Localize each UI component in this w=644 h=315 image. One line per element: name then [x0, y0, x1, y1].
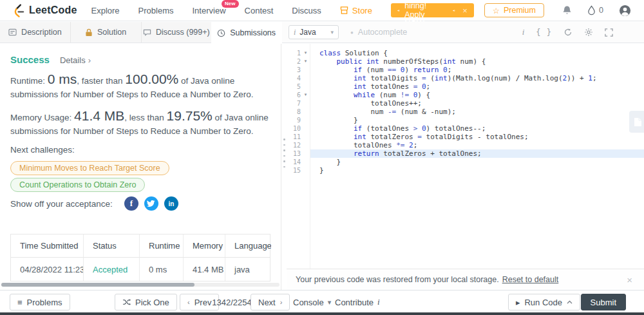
fold-spacer: [301, 158, 310, 166]
chevron-right-icon: ›: [280, 298, 283, 306]
avatar[interactable]: [619, 5, 631, 17]
code-area[interactable]: 1▾class Solution {2▾ public int numberOf…: [287, 49, 644, 175]
notice-close-icon[interactable]: ×: [627, 274, 632, 285]
problems-button[interactable]: ≡ Problems: [10, 294, 70, 310]
line-number: 4: [287, 74, 301, 82]
line-number: 13: [287, 149, 301, 158]
editor-info-icon[interactable]: i: [522, 27, 525, 37]
code-line[interactable]: 10 if (totalOnes > 0) totalOnes--;: [287, 124, 644, 133]
code-line[interactable]: 3 if (num == 0) return 0;: [287, 66, 644, 74]
copy-code-button[interactable]: [629, 111, 644, 133]
runtime-percentile: 100.00%: [125, 72, 178, 86]
code-line[interactable]: 7 totalOnes++;: [287, 99, 644, 108]
fold-arrow-icon[interactable]: ▾: [301, 91, 310, 99]
table-horizontal-scrollbar[interactable]: [1, 283, 279, 287]
fullscreen-icon[interactable]: [605, 28, 613, 37]
col-runtime: Runtime: [140, 234, 184, 257]
fold-arrow-icon[interactable]: ▾: [301, 57, 310, 66]
settings-gear-icon[interactable]: [584, 28, 593, 37]
contribute-link[interactable]: Contribute i: [335, 294, 380, 310]
details-link[interactable]: Details›: [60, 55, 91, 65]
reset-to-default-link[interactable]: Reset to default: [502, 275, 559, 284]
top-navbar: LeetCode Explore Problems Interview New …: [0, 0, 644, 21]
code-line[interactable]: 6▾ while (num != 0) {: [287, 91, 644, 99]
fold-arrow-icon[interactable]: ▾: [301, 49, 310, 57]
col-language: Language: [225, 234, 271, 257]
code-line[interactable]: 9 }: [287, 116, 644, 124]
logo-wordmark: LeetCode: [29, 5, 77, 16]
linkedin-share-icon[interactable]: in: [164, 196, 178, 211]
chevron-down-icon: ▾: [330, 29, 334, 35]
nav-item-explore[interactable]: Explore: [91, 6, 120, 15]
store-icon: [340, 6, 348, 14]
chevron-right-icon: ›: [88, 55, 91, 65]
nav-item-problems[interactable]: Problems: [138, 6, 174, 15]
nav-item-store[interactable]: Store: [340, 6, 372, 15]
run-code-button[interactable]: ▸ Run Code: [508, 294, 580, 310]
scrollbar-thumb[interactable]: [1, 283, 194, 287]
code-text: int totalDigits = (int)(Math.log(num) / …: [310, 74, 644, 82]
streak-counter[interactable]: 0: [587, 5, 603, 15]
code-line[interactable]: 1▾class Solution {: [287, 49, 644, 57]
cell-status[interactable]: Accepted: [84, 258, 140, 281]
premium-button[interactable]: ☆ Premium: [484, 3, 544, 17]
streak-count: 0: [599, 6, 603, 15]
notice-text: Your previous code was restored from you…: [296, 275, 499, 284]
cell-runtime: 0 ms: [140, 258, 184, 281]
line-number: 6: [287, 91, 301, 99]
leetcode-logo[interactable]: LeetCode: [12, 3, 77, 17]
next-button[interactable]: Next ›: [251, 294, 290, 310]
tab-discuss[interactable]: Discuss (999+): [141, 22, 212, 43]
tab-solution[interactable]: Solution: [70, 22, 141, 43]
line-number: 3: [287, 66, 301, 74]
editor-toolbar: i Java ▾ ● Autocomplete i { }: [282, 22, 644, 43]
cell-time: 04/28/2022 11:23: [11, 258, 84, 281]
star-icon: ☆: [493, 6, 500, 15]
reset-code-icon[interactable]: [564, 28, 573, 37]
nav-item-contest[interactable]: Contest: [245, 6, 274, 15]
pick-one-button[interactable]: Pick One: [115, 294, 177, 310]
language-select[interactable]: i Java ▾: [289, 25, 339, 39]
code-line[interactable]: 12 totalOnes *= 2;: [287, 141, 644, 149]
submit-button[interactable]: Submit: [581, 294, 626, 310]
runtime-value: 0 ms: [48, 72, 77, 86]
challenge-link-count-operations[interactable]: Count Operations to Obtain Zero: [10, 178, 145, 192]
clock-icon: [217, 29, 225, 37]
banner-close-icon[interactable]: ×: [462, 6, 468, 15]
nav-item-interview[interactable]: Interview New: [193, 6, 226, 15]
description-icon: [8, 28, 17, 36]
tab-submissions[interactable]: Submissions: [211, 22, 281, 44]
fold-spacer: [301, 108, 310, 116]
hiring-banner[interactable]: LeetCode is hiring! Apply NOW. ×: [391, 3, 474, 17]
discuss-icon: [143, 28, 151, 36]
twitter-share-icon[interactable]: [144, 196, 158, 211]
code-line[interactable]: 2▾ public int numberOfSteps(int num) {: [287, 57, 644, 66]
console-toggle[interactable]: Console ▾: [293, 294, 331, 310]
droplet-icon: [587, 5, 596, 15]
code-text: if (num == 0) return 0;: [310, 66, 644, 74]
code-line[interactable]: 15}: [287, 166, 644, 175]
line-number: 9: [287, 116, 301, 124]
code-line[interactable]: 14 }: [287, 158, 644, 166]
autocomplete-toggle[interactable]: ● Autocomplete: [350, 28, 407, 37]
facebook-share-icon[interactable]: f: [124, 196, 138, 211]
notifications-bell-icon[interactable]: [562, 5, 572, 15]
line-number: 5: [287, 82, 301, 91]
code-line[interactable]: 5 int totalOnes = 0;: [287, 82, 644, 91]
challenge-link-minimum-moves[interactable]: Minimum Moves to Reach Target Score: [10, 161, 169, 175]
nav-item-discuss[interactable]: Discuss: [292, 6, 321, 15]
col-status: Status: [84, 234, 140, 257]
code-line[interactable]: 4 int totalDigits = (int)(Math.log(num) …: [287, 74, 644, 82]
code-text: class Solution {: [310, 49, 644, 57]
code-line[interactable]: 11 int totalZeros = totalDigits - totalO…: [287, 133, 644, 141]
code-line[interactable]: 13 return totalZeros + totalOnes;: [287, 149, 644, 158]
code-editor[interactable]: 1▾class Solution {2▾ public int numberOf…: [287, 44, 644, 269]
memory-value: 41.4 MB: [74, 108, 124, 123]
format-code-icon[interactable]: { }: [536, 28, 552, 37]
line-number: 10: [287, 124, 301, 133]
tab-description[interactable]: Description: [0, 22, 70, 43]
code-text: int totalZeros = totalDigits - totalOnes…: [310, 133, 644, 141]
line-number: 1: [287, 49, 301, 57]
code-line[interactable]: 8 num -= (num & -num);: [287, 108, 644, 116]
panel-splitter[interactable]: [281, 44, 287, 290]
